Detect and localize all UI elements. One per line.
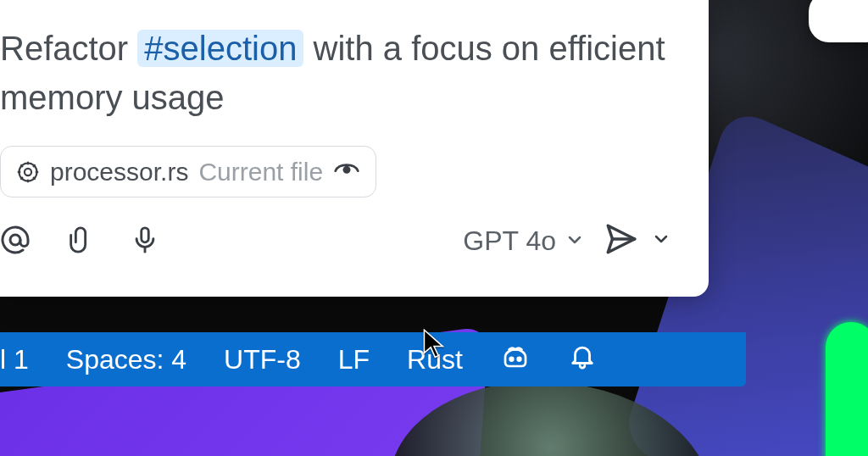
- copilot-chat-panel: Refactor #selection with a focus on effi…: [0, 0, 709, 297]
- svg-rect-12: [142, 227, 149, 242]
- microphone-icon: [131, 247, 159, 259]
- status-line-col[interactable]: l 1: [0, 344, 29, 375]
- prompt-text-before: Refactor: [0, 30, 137, 67]
- eye-icon[interactable]: [333, 155, 360, 188]
- chevron-down-icon: [651, 229, 671, 253]
- send-icon: [604, 221, 639, 260]
- status-indent[interactable]: Spaces: 4: [66, 344, 186, 375]
- svg-point-16: [518, 358, 521, 361]
- notifications-button[interactable]: [568, 342, 597, 377]
- status-language-mode[interactable]: Rust: [407, 344, 463, 375]
- context-file-name: processor.rs: [50, 158, 188, 186]
- paperclip-icon: [66, 247, 95, 259]
- send-button-group[interactable]: [604, 221, 671, 260]
- background-card: [809, 0, 868, 42]
- prompt-input[interactable]: Refactor #selection with a focus on effi…: [0, 24, 678, 122]
- copilot-status-button[interactable]: [500, 341, 531, 378]
- svg-point-11: [10, 235, 20, 245]
- svg-point-15: [510, 358, 514, 361]
- model-label: GPT 4o: [463, 225, 556, 257]
- chat-toolbar: GPT 4o: [0, 221, 678, 260]
- svg-point-1: [25, 168, 31, 175]
- at-icon: [0, 245, 31, 258]
- editor-status-bar: l 1 Spaces: 4 UTF-8 LF Rust: [0, 332, 746, 386]
- context-token-selection[interactable]: #selection: [137, 30, 303, 67]
- chevron-down-icon: [565, 225, 585, 257]
- status-eol[interactable]: LF: [338, 344, 370, 375]
- rust-icon: [16, 160, 40, 184]
- model-picker[interactable]: GPT 4o: [463, 225, 585, 257]
- context-file-subtitle: Current file: [198, 158, 323, 186]
- status-encoding[interactable]: UTF-8: [224, 344, 301, 375]
- voice-button[interactable]: [131, 223, 159, 259]
- svg-point-10: [344, 167, 349, 172]
- context-file-chip[interactable]: processor.rs Current file: [0, 146, 376, 197]
- attach-button[interactable]: [66, 223, 95, 259]
- bell-icon: [568, 342, 597, 377]
- copilot-icon: [500, 341, 531, 378]
- mention-button[interactable]: [0, 225, 31, 258]
